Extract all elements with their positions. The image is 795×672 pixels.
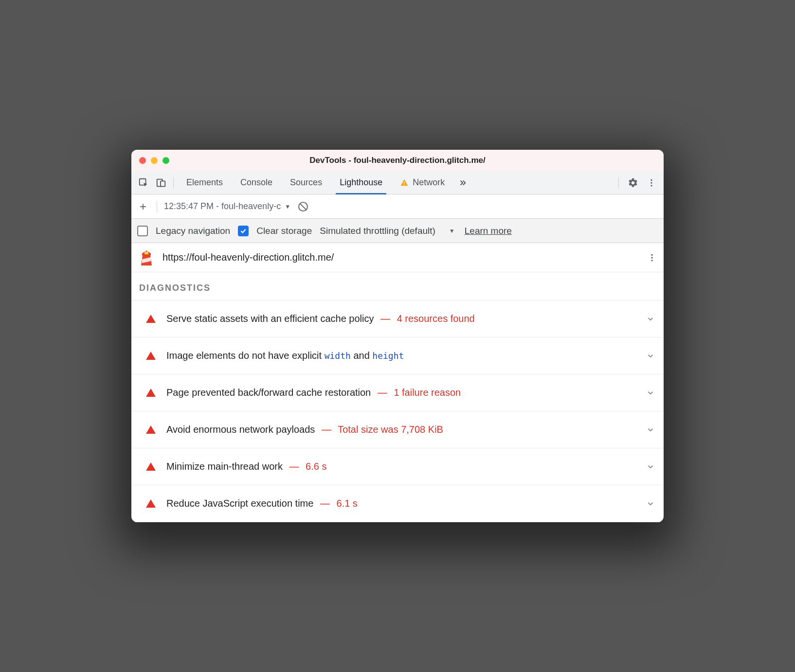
svg-rect-2 xyxy=(161,181,165,186)
diagnostic-title: Reduce JavaScript execution time xyxy=(166,498,313,509)
tab-elements[interactable]: Elements xyxy=(178,171,232,195)
diagnostic-detail: 4 resources found xyxy=(397,313,475,324)
report-header: https://foul-heavenly-direction.glitch.m… xyxy=(131,243,664,272)
diagnostic-detail: Total size was 7,708 KiB xyxy=(338,424,443,435)
chevron-down-icon xyxy=(646,462,655,471)
learn-more-link[interactable]: Learn more xyxy=(465,226,512,236)
report-select[interactable]: 12:35:47 PM - foul-heavenly-c ▼ xyxy=(164,201,290,212)
diagnostic-title: Page prevented back/forward cache restor… xyxy=(166,387,371,398)
diagnostic-row[interactable]: Minimize main-thread work — 6.6 s xyxy=(131,448,664,485)
fail-triangle-icon xyxy=(146,389,156,397)
inspect-element-icon[interactable] xyxy=(135,175,152,191)
tab-sources[interactable]: Sources xyxy=(281,171,331,195)
device-toolbar-icon[interactable] xyxy=(153,175,169,191)
kebab-menu-icon[interactable] xyxy=(643,175,660,191)
lighthouse-icon xyxy=(138,249,155,266)
more-tabs-button[interactable] xyxy=(457,178,468,187)
diagnostic-text: Serve static assets with an efficient ca… xyxy=(166,313,475,324)
separator: — xyxy=(378,387,387,398)
diagnostic-text: Page prevented back/forward cache restor… xyxy=(166,387,461,398)
devtools-tabbar: Elements Console Sources Lighthouse Netw… xyxy=(131,171,664,195)
dropdown-triangle-icon: ▼ xyxy=(449,228,455,234)
fail-triangle-icon xyxy=(146,352,156,360)
chevron-down-icon xyxy=(646,389,655,397)
svg-point-6 xyxy=(650,182,652,183)
dropdown-triangle-icon: ▼ xyxy=(285,203,290,210)
tab-lighthouse[interactable]: Lighthouse xyxy=(331,171,391,195)
traffic-lights xyxy=(139,157,169,164)
svg-point-15 xyxy=(651,257,652,258)
diagnostic-detail: 1 failure reason xyxy=(394,387,461,398)
lighthouse-options: Legacy navigation Clear storage Simulate… xyxy=(131,219,664,243)
minimize-window-button[interactable] xyxy=(151,157,158,164)
window-title: DevTools - foul-heavenly-direction.glitc… xyxy=(131,156,664,165)
diagnostic-title: Serve static assets with an efficient ca… xyxy=(166,313,374,324)
svg-rect-11 xyxy=(145,251,148,254)
panel-tabs: Elements Console Sources Lighthouse Netw… xyxy=(178,171,453,195)
legacy-navigation-label: Legacy navigation xyxy=(156,226,230,236)
separator: — xyxy=(380,313,390,324)
maximize-window-button[interactable] xyxy=(163,157,169,164)
throttling-select[interactable]: Simulated throttling (default) ▼ xyxy=(320,226,455,236)
fail-triangle-icon xyxy=(146,315,156,323)
diagnostics-heading: DIAGNOSTICS xyxy=(131,272,664,300)
svg-rect-4 xyxy=(404,184,405,185)
fail-triangle-icon xyxy=(146,499,156,508)
diagnostic-title-prefix: Image elements do not have explicit xyxy=(166,350,325,361)
divider xyxy=(173,177,174,189)
separator: — xyxy=(322,424,331,435)
diagnostic-row[interactable]: Serve static assets with an efficient ca… xyxy=(131,300,664,337)
clear-storage-label: Clear storage xyxy=(256,226,312,236)
svg-point-14 xyxy=(651,254,652,255)
code-literal: width xyxy=(325,351,351,361)
clear-icon[interactable] xyxy=(297,201,309,212)
separator: — xyxy=(320,498,330,509)
chevron-down-icon xyxy=(646,499,655,508)
close-window-button[interactable] xyxy=(139,157,146,164)
diagnostic-detail: 6.1 s xyxy=(337,498,358,509)
diagnostic-row[interactable]: Avoid enormous network payloads — Total … xyxy=(131,411,664,448)
tab-label: Elements xyxy=(186,177,223,188)
titlebar: DevTools - foul-heavenly-direction.glitc… xyxy=(131,150,664,171)
divider xyxy=(618,177,619,189)
diagnostics-list: Serve static assets with an efficient ca… xyxy=(131,300,664,522)
report-menu-icon[interactable] xyxy=(647,253,657,263)
diagnostic-row[interactable]: Image elements do not have explicit widt… xyxy=(131,337,664,374)
tabbar-actions xyxy=(614,175,660,191)
clear-storage-checkbox[interactable] xyxy=(238,226,249,236)
svg-point-7 xyxy=(650,185,652,186)
settings-icon[interactable] xyxy=(625,175,641,191)
diagnostic-detail: 6.6 s xyxy=(306,461,326,472)
warning-icon xyxy=(400,178,409,187)
diagnostic-row[interactable]: Reduce JavaScript execution time — 6.1 s xyxy=(131,485,664,522)
fail-triangle-icon xyxy=(146,462,156,471)
new-report-button[interactable]: + xyxy=(136,200,150,213)
report-select-label: 12:35:47 PM - foul-heavenly-c xyxy=(164,201,281,212)
chevron-down-icon xyxy=(646,352,655,360)
diagnostic-title: Avoid enormous network payloads xyxy=(166,424,315,435)
devtools-window: DevTools - foul-heavenly-direction.glitc… xyxy=(131,150,664,522)
divider xyxy=(157,201,157,212)
svg-line-9 xyxy=(300,204,306,210)
chevron-down-icon xyxy=(646,315,655,323)
legacy-navigation-checkbox[interactable] xyxy=(137,226,148,236)
svg-point-5 xyxy=(650,179,652,180)
diagnostic-title: Minimize main-thread work xyxy=(166,461,283,472)
code-literal: height xyxy=(372,351,404,361)
diagnostic-text: Minimize main-thread work — 6.6 s xyxy=(166,461,326,472)
report-url: https://foul-heavenly-direction.glitch.m… xyxy=(163,252,334,263)
tab-label: Sources xyxy=(290,177,322,188)
diagnostic-mid: and xyxy=(351,350,372,361)
fail-triangle-icon xyxy=(146,425,156,434)
tab-console[interactable]: Console xyxy=(232,171,281,195)
tab-label: Lighthouse xyxy=(340,177,382,188)
chevron-down-icon xyxy=(646,425,655,434)
separator: — xyxy=(289,461,299,472)
tab-network[interactable]: Network xyxy=(391,171,453,195)
diagnostic-row[interactable]: Page prevented back/forward cache restor… xyxy=(131,374,664,411)
diagnostic-text: Avoid enormous network payloads — Total … xyxy=(166,424,443,435)
throttling-label: Simulated throttling (default) xyxy=(320,226,435,236)
diagnostic-text: Image elements do not have explicit widt… xyxy=(166,350,404,361)
tab-label: Console xyxy=(240,177,272,188)
svg-rect-3 xyxy=(404,181,405,183)
